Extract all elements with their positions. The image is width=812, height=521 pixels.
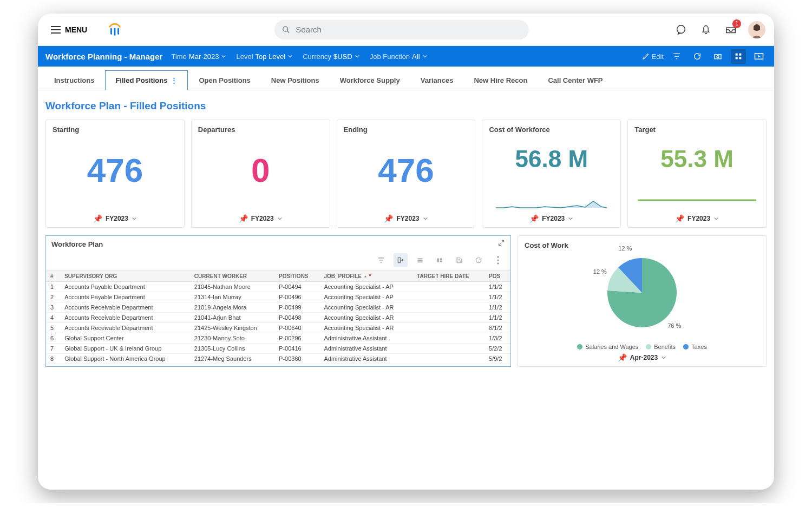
pie-slice-label: 12 %	[618, 245, 632, 252]
table-row[interactable]: 7Global Support - UK & Ireland Group2130…	[46, 344, 510, 354]
table-row[interactable]: 6Global Support Center21230-Manny SotoP-…	[46, 333, 510, 344]
edit-button[interactable]: Edit	[642, 52, 664, 61]
col--[interactable]: #	[46, 271, 60, 282]
col-job-profile[interactable]: JOB_PROFILE	[319, 271, 412, 282]
toolbar-columns-icon[interactable]	[413, 253, 427, 267]
svg-rect-7	[739, 54, 741, 56]
legend-item: Benefits	[646, 344, 676, 350]
toolbar-save-icon[interactable]	[452, 253, 466, 267]
screenshot-icon[interactable]	[710, 49, 725, 64]
tab-call-center-wfp[interactable]: Call Center WFP	[538, 71, 612, 90]
toolbar-more-icon[interactable]	[491, 253, 505, 267]
chat-icon[interactable]	[673, 22, 689, 37]
svg-point-20	[497, 260, 499, 261]
svg-rect-16	[437, 259, 439, 262]
svg-point-2	[677, 25, 685, 33]
kpi-target: Target55.3 M 📌 FY2023	[627, 120, 767, 228]
svg-rect-15	[417, 261, 422, 262]
svg-point-21	[497, 263, 499, 265]
chevron-down-icon	[287, 54, 293, 59]
menu-button[interactable]: MENU	[47, 22, 91, 37]
col-target-hire-date[interactable]: TARGET HIRE DATE	[412, 271, 484, 282]
filter-job-function[interactable]: Job FunctionAll	[370, 52, 428, 61]
chevron-down-icon	[221, 54, 226, 59]
tab-new-positions[interactable]: New Positions	[261, 71, 329, 90]
kpi-starting: Starting476 📌 FY2023	[45, 120, 185, 228]
svg-point-0	[283, 27, 288, 31]
svg-rect-8	[736, 57, 738, 59]
table-row[interactable]: 3Accounts Receivable Department21019-Ang…	[46, 302, 510, 313]
pie-slice-label: 12 %	[593, 268, 607, 275]
kpi-footer[interactable]: 📌 FY2023	[198, 211, 323, 224]
filter-currency[interactable]: Currency$USD	[303, 52, 359, 61]
chevron-down-icon	[277, 216, 283, 221]
hamburger-icon	[51, 26, 61, 34]
search-box[interactable]	[274, 20, 529, 39]
cost-of-work-card: Cost of Work 76 %12 %12 % Salaries and W…	[518, 235, 767, 367]
refresh-icon[interactable]	[690, 49, 705, 64]
kpi-footer[interactable]: 📌 FY2023	[489, 211, 614, 224]
toolbar-expand-icon[interactable]	[394, 253, 408, 267]
table-row[interactable]: 1Accounts Payable Department21045-Nathan…	[46, 282, 510, 292]
svg-rect-6	[736, 54, 738, 56]
svg-rect-14	[417, 260, 422, 261]
svg-rect-13	[417, 259, 422, 260]
kpi-footer[interactable]: 📌 FY2023	[344, 211, 469, 224]
col-supervisory-org[interactable]: SUPERVISORY ORG	[60, 271, 190, 282]
menu-label: MENU	[65, 25, 87, 34]
workforce-plan-table[interactable]: #SUPERVISORY ORGCURRENT WORKERPOSITIONSJ…	[46, 271, 510, 364]
table-row[interactable]: 8Global Support - North America Group212…	[46, 354, 510, 364]
pin-icon: 📌	[675, 214, 684, 223]
table-row[interactable]: 2Accounts Payable Department21314-Ian Mu…	[46, 292, 510, 302]
avatar[interactable]	[748, 21, 765, 38]
toolbar-refresh-icon[interactable]	[472, 253, 486, 267]
present-icon[interactable]	[751, 49, 767, 64]
page-title: Workforce Planning - Manager	[45, 52, 162, 61]
col-current-worker[interactable]: CURRENT WORKER	[190, 271, 274, 282]
filter-level[interactable]: LevelTop Level	[236, 52, 293, 61]
pie-title: Cost of Work	[525, 241, 759, 249]
svg-point-5	[717, 56, 719, 58]
tab-bar: InstructionsFilled Positions⋮Open Positi…	[38, 67, 774, 90]
inbox-icon[interactable]: 1	[723, 22, 738, 37]
col-pos[interactable]: POS	[484, 271, 510, 282]
toolbar-filter-icon[interactable]	[374, 253, 388, 267]
section-title: Workforce Plan - Filled Positions	[38, 90, 774, 114]
pie-slice-label: 76 %	[667, 322, 681, 329]
kpi-cost-of-workforce: Cost of Workforce56.8 M 📌 FY2023	[482, 120, 621, 228]
pin-icon: 📌	[384, 214, 393, 223]
workday-logo[interactable]	[107, 22, 123, 38]
tab-instructions[interactable]: Instructions	[44, 71, 104, 90]
kpi-footer[interactable]: 📌 FY2023	[53, 211, 178, 224]
kpi-footer[interactable]: 📌 FY2023	[634, 211, 759, 224]
table-title: Workforce Plan	[51, 240, 103, 248]
pin-icon: 📌	[618, 353, 627, 362]
svg-rect-9	[739, 57, 741, 59]
pin-icon: 📌	[239, 214, 248, 223]
tab-open-positions[interactable]: Open Positions	[189, 71, 260, 90]
pin-icon: 📌	[529, 214, 539, 223]
table-row[interactable]: 5Accounts Receivable Department21425-Wes…	[46, 323, 510, 333]
expand-icon[interactable]	[497, 239, 505, 249]
toolbar-layout-icon[interactable]	[433, 253, 447, 267]
tab-filled-positions[interactable]: Filled Positions⋮	[105, 70, 188, 90]
pencil-icon	[642, 52, 650, 60]
svg-rect-18	[440, 261, 442, 262]
flatline	[634, 195, 759, 211]
filter-icon[interactable]	[669, 49, 684, 64]
grid-view-icon[interactable]	[731, 49, 746, 64]
chevron-down-icon[interactable]	[661, 355, 666, 360]
search-icon	[282, 25, 290, 34]
tab-variances[interactable]: Variances	[411, 71, 463, 90]
filter-time[interactable]: TimeMar-2023	[171, 52, 226, 61]
chevron-down-icon	[355, 54, 360, 59]
notifications-icon[interactable]	[698, 22, 713, 37]
tab-workforce-supply[interactable]: Workforce Supply	[330, 71, 410, 90]
tab-more-icon[interactable]: ⋮	[171, 76, 178, 84]
search-input[interactable]	[296, 25, 521, 34]
col-positions[interactable]: POSITIONS	[274, 271, 319, 282]
chevron-down-icon	[132, 216, 137, 221]
tab-new-hire-recon[interactable]: New Hire Recon	[464, 71, 537, 90]
table-row[interactable]: 4Accounts Receivable Department21041-Arj…	[46, 313, 510, 323]
legend-item: Taxes	[683, 344, 707, 350]
